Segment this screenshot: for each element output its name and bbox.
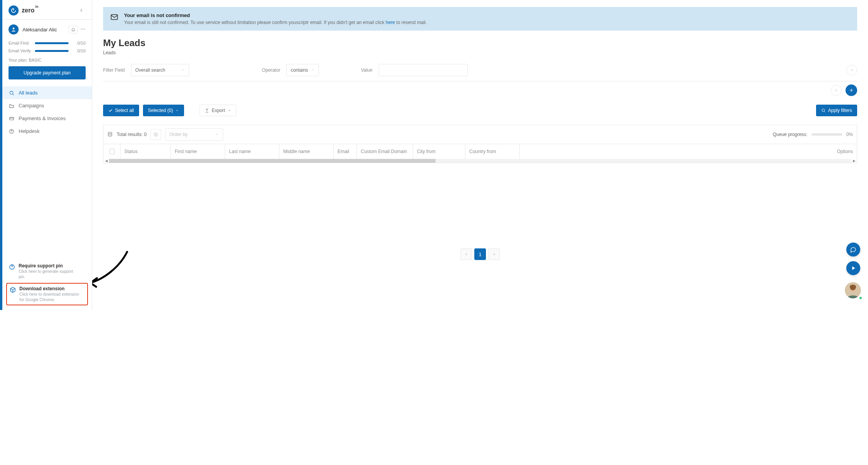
sidebar: zeroin Aleksandar Alic bbox=[2, 0, 92, 310]
cube-icon bbox=[9, 286, 16, 302]
brand-logo[interactable]: zeroin bbox=[9, 5, 38, 16]
value-label: Value bbox=[361, 67, 372, 73]
clear-filters-button[interactable] bbox=[831, 85, 842, 96]
support-pin-card[interactable]: Require support pin Click here to genera… bbox=[6, 260, 88, 282]
svg-point-9 bbox=[12, 268, 12, 269]
remove-filter-button[interactable] bbox=[846, 65, 857, 76]
download-extension-card[interactable]: Download extension Click here to downloa… bbox=[6, 283, 88, 305]
resend-mail-link[interactable]: here bbox=[386, 20, 395, 25]
col-middle-name[interactable]: Middle name bbox=[279, 144, 334, 159]
selected-dropdown-button[interactable]: Selected (0) bbox=[143, 105, 184, 116]
pagination: 1 bbox=[103, 248, 857, 260]
leads-table: Status First name Last name Middle name … bbox=[103, 144, 857, 163]
col-options[interactable]: Options bbox=[520, 144, 857, 159]
page-1-button[interactable]: 1 bbox=[474, 248, 486, 260]
order-by-select[interactable]: Order by bbox=[165, 128, 223, 141]
queue-label: Queue progress: bbox=[773, 132, 807, 137]
main-content: Your email is not confirmed Your email i… bbox=[92, 0, 868, 310]
svg-point-13 bbox=[155, 134, 157, 135]
scrollbar-track[interactable] bbox=[109, 159, 851, 163]
user-name: Aleksandar Alic bbox=[22, 27, 57, 33]
queue-progress-bar bbox=[811, 133, 842, 136]
col-country[interactable]: Country from bbox=[465, 144, 520, 159]
check-icon bbox=[108, 108, 113, 113]
progress-bar bbox=[35, 50, 69, 52]
alert-text: Your email is still not confirmed. To us… bbox=[124, 20, 427, 25]
search-icon bbox=[821, 108, 826, 113]
svg-point-2 bbox=[83, 28, 83, 29]
svg-point-4 bbox=[10, 91, 13, 94]
logo-mark-icon bbox=[9, 5, 19, 16]
support-pin-desc: Click here to generate support pin. bbox=[19, 269, 81, 279]
page-title: My Leads bbox=[103, 38, 857, 48]
prev-page-button[interactable] bbox=[460, 248, 472, 260]
progress-bar bbox=[35, 42, 69, 44]
play-fab[interactable] bbox=[846, 261, 860, 275]
download-extension-desc: Click here to download extension for Goo… bbox=[19, 291, 81, 302]
breadcrumb: Leads bbox=[103, 50, 857, 55]
upload-icon bbox=[205, 108, 209, 113]
total-results-label: Total results: 0 bbox=[117, 132, 146, 137]
col-email[interactable]: Email bbox=[334, 144, 357, 159]
sidebar-collapse-button[interactable] bbox=[77, 6, 86, 15]
support-pin-title: Require support pin bbox=[19, 263, 81, 269]
select-all-checkbox-header[interactable] bbox=[103, 144, 121, 159]
next-page-button[interactable] bbox=[488, 248, 500, 260]
filter-field-select[interactable]: Overall search bbox=[131, 64, 189, 76]
support-chat-avatar[interactable] bbox=[845, 282, 861, 298]
chevron-down-icon bbox=[181, 67, 185, 73]
apply-filters-button[interactable]: Apply filters bbox=[816, 105, 857, 116]
col-last-name[interactable]: Last name bbox=[225, 144, 279, 159]
sidebar-item-payments[interactable]: Payments & Invoices bbox=[2, 112, 92, 125]
svg-point-1 bbox=[81, 28, 82, 29]
results-bar: Total results: 0 Order by Queue progress… bbox=[103, 125, 857, 144]
svg-point-0 bbox=[13, 28, 15, 29]
user-menu-button[interactable] bbox=[80, 26, 86, 33]
sidebar-item-helpdesk[interactable]: Helpdesk bbox=[2, 125, 92, 138]
settings-button[interactable] bbox=[150, 129, 161, 140]
sidebar-item-campaigns[interactable]: Campaigns bbox=[2, 99, 92, 112]
question-circle-icon bbox=[9, 263, 16, 279]
minus-icon bbox=[849, 68, 854, 72]
alert-title: Your email is not confirmed bbox=[124, 12, 427, 18]
nav-label: Payments & Invoices bbox=[19, 115, 65, 121]
svg-point-12 bbox=[108, 132, 112, 134]
filter-value-input[interactable] bbox=[379, 64, 468, 76]
chevron-right-icon bbox=[492, 252, 496, 256]
usage-email-verify: Email Verify 0/10 bbox=[9, 48, 86, 53]
bell-icon bbox=[71, 27, 76, 32]
horizontal-scrollbar[interactable]: ◀ ▶ bbox=[103, 159, 857, 163]
scroll-right-arrow[interactable]: ▶ bbox=[851, 159, 857, 163]
plan-label: Your plan: BASIC bbox=[2, 58, 92, 66]
nav-label: All leads bbox=[19, 90, 38, 96]
operator-select[interactable]: contains bbox=[286, 64, 319, 76]
user-avatar-icon[interactable] bbox=[9, 24, 19, 34]
close-icon bbox=[834, 88, 838, 92]
add-filter-button[interactable] bbox=[846, 84, 857, 96]
col-status[interactable]: Status bbox=[121, 144, 171, 159]
select-all-button[interactable]: Select all bbox=[103, 105, 139, 116]
export-button[interactable]: Export bbox=[200, 105, 236, 116]
nav-label: Campaigns bbox=[19, 103, 44, 108]
chevron-left-icon bbox=[464, 252, 468, 256]
operator-label: Operator bbox=[262, 67, 280, 73]
nav-label: Helpdesk bbox=[19, 128, 40, 134]
col-email-domain[interactable]: Custom Email Domain bbox=[357, 144, 413, 159]
col-city[interactable]: City from bbox=[413, 144, 465, 159]
card-icon bbox=[9, 116, 15, 121]
svg-rect-5 bbox=[10, 117, 14, 120]
notifications-button[interactable] bbox=[69, 25, 78, 34]
col-first-name[interactable]: First name bbox=[171, 144, 225, 159]
chevron-down-icon bbox=[227, 108, 231, 112]
upgrade-plan-button[interactable]: Upgrade payment plan bbox=[9, 66, 86, 79]
sidebar-item-all-leads[interactable]: All leads bbox=[2, 86, 92, 99]
chevron-down-icon bbox=[311, 67, 315, 73]
queue-value: 0% bbox=[846, 132, 853, 137]
database-icon bbox=[107, 132, 113, 137]
chat-fab[interactable] bbox=[846, 243, 860, 257]
search-icon bbox=[9, 90, 15, 96]
scroll-left-arrow[interactable]: ◀ bbox=[103, 159, 109, 163]
scrollbar-thumb[interactable] bbox=[109, 159, 436, 163]
folder-icon bbox=[9, 103, 15, 108]
chevron-down-icon bbox=[215, 132, 219, 137]
